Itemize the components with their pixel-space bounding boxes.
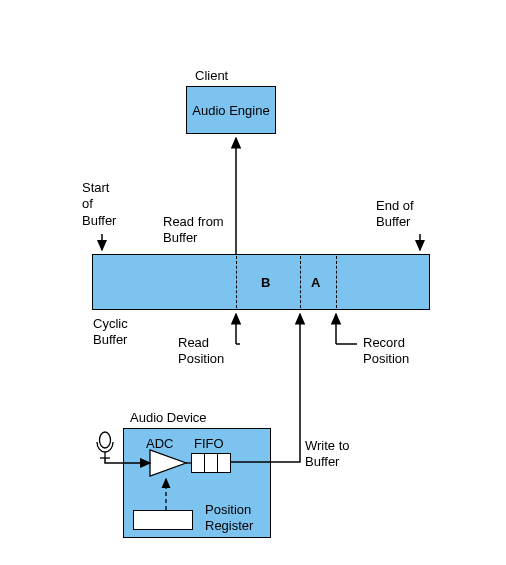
- svg-marker-10: [150, 450, 186, 476]
- svg-point-12: [100, 432, 111, 448]
- microphone-icon: [97, 432, 113, 458]
- arrows-svg: [0, 0, 506, 565]
